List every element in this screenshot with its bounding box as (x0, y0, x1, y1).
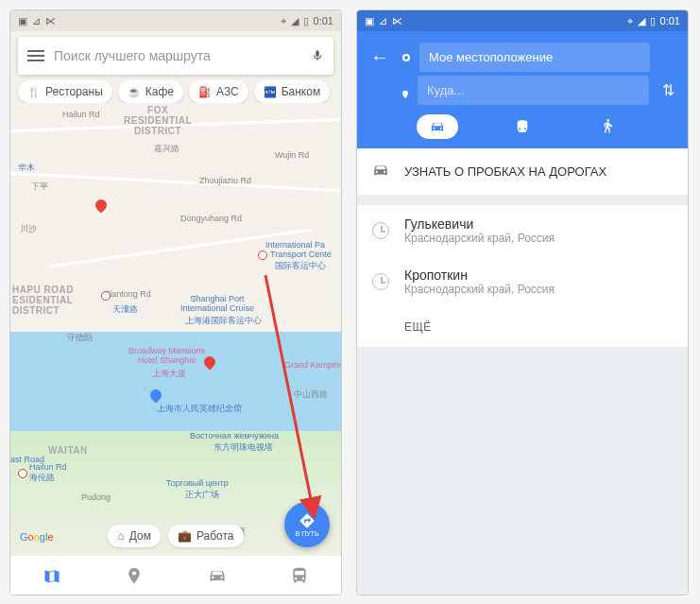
atm-icon: 🏧 (264, 86, 277, 98)
notif-icon: ⊿ (32, 15, 41, 27)
mode-transit[interactable] (502, 114, 543, 139)
bus-icon (290, 566, 309, 585)
traffic-info-button[interactable]: УЗНАТЬ О ПРОБКАХ НА ДОРОГАХ (357, 148, 688, 196)
clock-icon (372, 273, 389, 290)
category-chips: 🍴Рестораны ☕Кафе ⛽АЗС 🏧Банком (10, 80, 341, 103)
notif-icon: ▣ (18, 15, 27, 27)
search-bar[interactable]: Поиск лучшего маршрута (18, 37, 333, 75)
origin-input[interactable]: Мое местоположение (419, 43, 650, 72)
battery-icon: ▯ (303, 15, 309, 27)
history-title: Кропоткин (404, 267, 555, 283)
pin-icon (125, 566, 144, 585)
nav-saved[interactable] (94, 556, 177, 595)
clock-text: 0:01 (314, 15, 333, 26)
directions-fab[interactable]: В ПУТЬ (284, 502, 330, 547)
swap-button[interactable]: ⇅ (658, 81, 678, 99)
metro-icon (258, 250, 267, 260)
car-icon (372, 162, 389, 181)
history-subtitle: Краснодарский край, Россия (404, 232, 555, 245)
car-icon (208, 566, 227, 585)
poi-pin[interactable] (148, 388, 164, 404)
car-icon (430, 119, 445, 134)
metro-icon (101, 291, 111, 301)
origin-dot-icon (402, 54, 410, 61)
chip-cafe[interactable]: ☕Кафе (118, 80, 183, 103)
directions-icon (299, 512, 316, 529)
history-item[interactable]: Гулькевичи Краснодарский край, Россия (357, 205, 688, 256)
more-button[interactable]: ЕЩЁ (357, 307, 688, 347)
chip-work[interactable]: 💼Работа (168, 525, 244, 547)
notif-icon: ⊿ (379, 15, 387, 27)
chip-home[interactable]: ⌂Дом (108, 525, 160, 547)
briefcase-icon: 💼 (178, 529, 192, 543)
phone-map-view: FOX RESIDENTIAL DISTRICT 嘉兴路 华木 下平 川沙 Ha… (9, 9, 342, 595)
notif-icon: ⋉ (45, 15, 56, 27)
directions-header: ← Мое местоположение Куда... ⇅ (357, 31, 688, 148)
chip-atm[interactable]: 🏧Банком (254, 80, 330, 103)
cup-icon: ☕ (128, 86, 141, 98)
clock-text: 0:01 (660, 15, 680, 26)
location-icon: ⌖ (281, 15, 286, 27)
destination-pin-icon (401, 89, 410, 100)
walk-icon (600, 119, 615, 134)
poi-pin[interactable] (94, 198, 110, 214)
notif-icon: ▣ (365, 15, 374, 27)
notif-icon: ⋉ (392, 15, 402, 27)
nav-drive[interactable] (176, 556, 259, 595)
chip-gas[interactable]: ⛽АЗС (189, 80, 248, 103)
home-icon: ⌂ (117, 529, 124, 543)
district-label: FOX RESIDENTIAL DISTRICT (124, 105, 192, 136)
map-icon (43, 566, 61, 585)
nav-transit[interactable] (259, 556, 342, 595)
status-bar: ▣⊿⋉ ⌖◢▯0:01 (10, 10, 341, 31)
history-list: Гулькевичи Краснодарский край, Россия Кр… (357, 205, 688, 347)
directions-body: УЗНАТЬ О ПРОБКАХ НА ДОРОГАХ Гулькевичи К… (357, 148, 688, 595)
fork-knife-icon: 🍴 (27, 86, 41, 98)
destination-input[interactable]: Куда... (418, 76, 649, 105)
signal-icon: ◢ (638, 15, 645, 27)
metro-icon (18, 469, 27, 478)
bottom-nav (10, 555, 341, 595)
traffic-label: УЗНАТЬ О ПРОБКАХ НА ДОРОГАХ (404, 164, 606, 179)
signal-icon: ◢ (291, 15, 299, 27)
back-button[interactable]: ← (367, 46, 393, 68)
history-title: Гулькевичи (404, 216, 555, 232)
gas-icon: ⛽ (198, 86, 212, 98)
location-icon: ⌖ (627, 15, 633, 27)
chip-restaurants[interactable]: 🍴Рестораны (18, 80, 112, 103)
mode-walk[interactable] (587, 114, 628, 139)
clock-icon (372, 222, 389, 239)
mode-drive[interactable] (417, 114, 458, 139)
search-placeholder: Поиск лучшего маршрута (54, 48, 301, 63)
train-icon (515, 119, 530, 134)
mic-icon[interactable] (311, 47, 324, 64)
menu-icon[interactable] (27, 50, 44, 61)
nav-explore[interactable] (10, 556, 94, 595)
history-item[interactable]: Кропоткин Краснодарский край, Россия (357, 256, 688, 307)
phone-directions-view: ▣⊿⋉ ⌖◢▯0:01 ← Мое местоположение Куда...… (356, 9, 689, 595)
status-bar: ▣⊿⋉ ⌖◢▯0:01 (357, 10, 688, 31)
history-subtitle: Краснодарский край, Россия (404, 283, 555, 296)
battery-icon: ▯ (650, 15, 656, 27)
travel-mode-tabs (367, 114, 678, 139)
